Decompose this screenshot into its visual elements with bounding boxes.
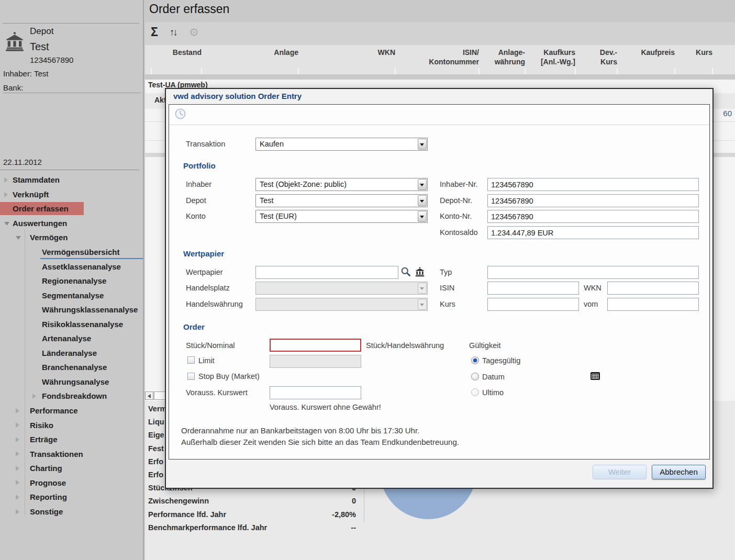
tree-toggle-arrow-icon[interactable] bbox=[16, 422, 19, 428]
column-header[interactable]: Anlage bbox=[202, 48, 298, 66]
portfolio-heading: Portfolio bbox=[183, 161, 216, 170]
sidebar-tree-item[interactable]: Verknüpft bbox=[0, 187, 143, 202]
stueck-nominal-input[interactable] bbox=[270, 339, 361, 352]
column-separator bbox=[525, 68, 526, 74]
depot-number: 1234567890 bbox=[30, 55, 73, 64]
sidebar-tree-item[interactable]: Stammdaten bbox=[0, 173, 143, 187]
limit-checkbox[interactable] bbox=[187, 356, 195, 364]
gear-icon[interactable]: ⚙ bbox=[189, 26, 199, 39]
sidebar-tree-item[interactable]: Assetklassenanalyse bbox=[0, 259, 143, 274]
column-header[interactable]: Kaufkurs[Anl.-Wg.] bbox=[525, 48, 575, 66]
sidebar-tree-item[interactable]: Länderanalyse bbox=[0, 346, 143, 361]
tagesgueltig-radio[interactable] bbox=[471, 356, 479, 364]
abbrechen-button[interactable]: Abbrechen bbox=[652, 465, 706, 479]
column-separator bbox=[712, 68, 713, 74]
konto-nr-field[interactable] bbox=[487, 210, 699, 223]
column-separator bbox=[478, 68, 480, 74]
kurswert-hint: Vorauss. Kurswert ohne Gewähr! bbox=[270, 403, 381, 411]
tree-item-label: Sonstige bbox=[30, 507, 63, 516]
inhaber-nr-field[interactable] bbox=[487, 178, 699, 191]
column-header[interactable]: ISIN/Kontonummer bbox=[395, 48, 479, 66]
chevron-down-icon[interactable] bbox=[418, 179, 427, 190]
tree-item-label: Vermögen bbox=[30, 233, 68, 242]
tree-toggle-arrow-icon[interactable] bbox=[32, 394, 36, 399]
sidebar-tree-item[interactable]: Vermögen bbox=[0, 230, 143, 245]
order-heading: Order bbox=[183, 322, 205, 331]
tree-toggle-arrow-icon[interactable] bbox=[16, 509, 19, 514]
depot-select[interactable]: Test bbox=[255, 194, 428, 207]
typ-input[interactable] bbox=[487, 266, 699, 279]
scrollbar-left-arrow-icon[interactable] bbox=[145, 391, 153, 400]
depot-label: Depot bbox=[186, 196, 206, 205]
sidebar-tree-item[interactable]: Vermögensübersicht bbox=[0, 245, 143, 260]
sidebar-tree-item[interactable]: Order erfassen bbox=[0, 201, 143, 216]
depot-nr-field[interactable] bbox=[487, 194, 699, 207]
depot-name: Test bbox=[30, 41, 49, 53]
transaktion-select[interactable]: Kaufen bbox=[255, 138, 428, 151]
sidebar-tree-item[interactable]: Währungsklassenanalyse bbox=[0, 303, 143, 317]
column-header[interactable]: Kaufpreis bbox=[617, 48, 675, 66]
sidebar-tree-item[interactable]: Erträge bbox=[0, 432, 143, 447]
tree-toggle-arrow-icon[interactable] bbox=[4, 222, 9, 226]
column-header[interactable]: Bestand bbox=[152, 48, 202, 66]
tree-toggle-arrow-icon[interactable] bbox=[16, 236, 21, 240]
search-icon[interactable] bbox=[400, 266, 411, 279]
column-header[interactable]: WKN bbox=[298, 48, 395, 66]
tree-toggle-arrow-icon[interactable] bbox=[16, 451, 19, 456]
sidebar-tree-item[interactable]: Auswertungen bbox=[0, 216, 143, 231]
kurs-input[interactable] bbox=[487, 298, 579, 311]
sidebar-tree-item[interactable]: Regionenanalyse bbox=[0, 274, 143, 288]
stop-buy-checkbox[interactable] bbox=[187, 373, 195, 380]
tree-toggle-arrow-icon[interactable] bbox=[16, 466, 19, 471]
sidebar-tree-item[interactable]: Charting bbox=[0, 461, 143, 476]
sidebar-tree-item[interactable]: Reporting bbox=[0, 490, 143, 505]
wertpapier-input[interactable] bbox=[255, 266, 398, 279]
divider bbox=[3, 23, 139, 24]
column-header[interactable]: Kurs bbox=[675, 48, 712, 66]
calendar-icon[interactable] bbox=[591, 372, 600, 380]
column-header[interactable]: Dev.-Kurs bbox=[575, 48, 617, 66]
tree-item-label: Währungsanalyse bbox=[42, 377, 109, 386]
sidebar-tree-item[interactable]: Fondsbreakdown bbox=[0, 389, 143, 404]
kontosaldo-field[interactable] bbox=[487, 226, 699, 239]
isin-input[interactable] bbox=[487, 282, 579, 295]
chevron-down-icon[interactable] bbox=[418, 195, 427, 206]
tree-toggle-arrow-icon[interactable] bbox=[16, 408, 19, 413]
sidebar-tree-item[interactable]: Segmentanalyse bbox=[0, 288, 143, 303]
sidebar-tree-item[interactable]: Prognose bbox=[0, 475, 143, 490]
sum-icon[interactable]: Σ bbox=[151, 25, 158, 39]
wkn-input[interactable] bbox=[607, 282, 699, 295]
sidebar-tree-item[interactable]: Risiko bbox=[0, 418, 143, 432]
chevron-down-icon[interactable] bbox=[418, 211, 427, 222]
order-entry-dialog: vwd advisory solution Order Entry Transa… bbox=[165, 88, 714, 489]
tree-toggle-arrow-icon[interactable] bbox=[4, 192, 8, 197]
sort-updown-icon[interactable]: ↑↓ bbox=[170, 27, 176, 38]
tree-item-label: Fondsbreakdown bbox=[42, 391, 107, 400]
chevron-down-icon[interactable] bbox=[418, 139, 427, 150]
sidebar-tree-item[interactable]: Branchenanalyse bbox=[0, 360, 143, 375]
sidebar-tree-item[interactable]: Artenanalyse bbox=[0, 331, 143, 346]
ultimo-radio[interactable] bbox=[471, 388, 479, 396]
tree-toggle-arrow-icon[interactable] bbox=[16, 437, 19, 442]
column-header[interactable]: Anlage-währung bbox=[479, 48, 525, 66]
wkn-label: WKN bbox=[584, 284, 602, 292]
sidebar-tree-item[interactable]: Sonstige bbox=[0, 505, 143, 519]
tree-toggle-arrow-icon[interactable] bbox=[16, 480, 19, 485]
clock-icon[interactable] bbox=[174, 108, 186, 122]
datum-radio[interactable] bbox=[471, 373, 479, 380]
note-line-2: Außerhalb dieser Zeit wenden Sie sich bi… bbox=[181, 438, 459, 446]
tree-toggle-arrow-icon[interactable] bbox=[4, 177, 8, 183]
vorauss-kurswert-input[interactable] bbox=[270, 386, 361, 399]
weiter-button[interactable]: Weiter bbox=[593, 465, 647, 479]
bank-lookup-icon[interactable] bbox=[415, 266, 425, 279]
sidebar-tree-item[interactable]: Währungsanalyse bbox=[0, 375, 143, 389]
inhaber-select[interactable]: Test (Objekt-Zone: public) bbox=[255, 178, 428, 191]
sidebar-tree-item[interactable]: Risikoklassenanalyse bbox=[0, 317, 143, 331]
sidebar-tree-item[interactable]: Performance bbox=[0, 404, 143, 418]
sidebar-tree-item[interactable]: Transaktionen bbox=[0, 446, 143, 461]
sidebar: Depot Test 1234567890 Inhaber: Test Bank… bbox=[0, 0, 144, 560]
konto-select[interactable]: Test (EUR) bbox=[255, 210, 428, 223]
vom-input[interactable] bbox=[607, 298, 699, 311]
table-cell-value: 60 bbox=[723, 109, 732, 118]
tree-toggle-arrow-icon[interactable] bbox=[16, 495, 19, 500]
